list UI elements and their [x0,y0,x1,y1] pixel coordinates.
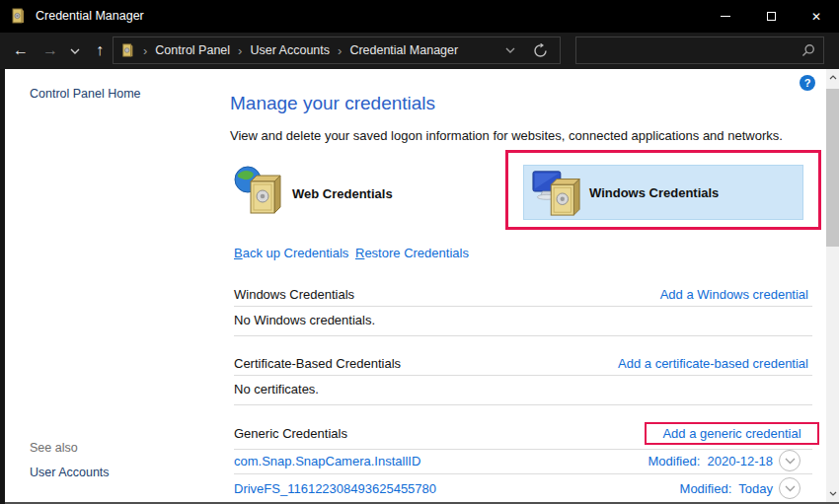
up-icon: ↑ [96,41,104,58]
scrollbar-down-button[interactable] [826,486,839,501]
content-area: Control Panel Home See also User Account… [0,69,839,504]
page-description: View and delete your saved logon informa… [230,128,783,143]
credential-modified-date: Modified: Today [680,481,773,496]
divider [234,473,812,474]
maximize-icon [767,12,776,21]
sidebar-item-user-accounts[interactable]: User Accounts [30,466,110,479]
window-left-edge [0,69,5,504]
add-generic-credential-link[interactable]: Add a generic credential [662,426,801,441]
sidebar-item-control-panel-home[interactable]: Control Panel Home [30,87,141,101]
credential-item-drivefs[interactable]: DriveFS_116122308493625455780 [234,481,436,496]
breadcrumb-user-accounts[interactable]: User Accounts [250,43,330,57]
chevron-down-icon [505,47,515,53]
breadcrumb-separator: › [143,43,147,58]
refresh-button[interactable] [533,43,548,58]
chevron-down-icon [785,458,796,465]
main-pane: Manage your credentials View and delete … [230,69,816,504]
search-icon[interactable] [801,43,815,57]
address-dropdown-button[interactable] [505,47,515,53]
navigation-toolbar: ← → ↑ › Control Panel › User Accounts › … [0,33,839,69]
backup-credentials-link[interactable]: Back up Credentials [234,246,348,260]
breadcrumb-credential-manager[interactable]: Credential Manager [349,43,458,57]
web-credentials-icon [233,166,284,221]
windows-credentials-tile[interactable]: Windows Credentials [523,165,803,220]
windows-credentials-icon [532,168,581,217]
chevron-down-icon [785,485,796,492]
windows-credentials-label: Windows Credentials [589,185,719,200]
refresh-icon [533,43,548,58]
divider [234,306,812,307]
see-also-label: See also [30,441,78,455]
titlebar: Credential Manager ✕ [0,0,839,33]
forward-button[interactable]: → [36,33,65,69]
forward-icon: → [42,41,58,58]
minimize-button[interactable] [703,0,748,33]
credential-manager-app-icon [11,8,27,24]
windows-credentials-annotation-box: Windows Credentials [505,150,821,230]
breadcrumb-separator: › [338,43,342,58]
divider [234,404,812,405]
credential-manager-icon [121,43,135,57]
chevron-down-icon [70,48,80,54]
maximize-button[interactable] [748,0,794,33]
window-title: Credential Manager [36,0,144,33]
scrollbar-thumb[interactable] [826,89,839,247]
up-button[interactable]: ↑ [87,33,113,69]
back-icon: ← [13,41,29,58]
restore-credentials-link[interactable]: Restore Credentials [355,246,469,260]
back-button[interactable]: ← [6,33,36,69]
no-certificates-text: No certificates. [234,382,319,396]
section-title-windows-credentials: Windows Credentials [234,287,354,302]
section-title-generic-credentials: Generic Credentials [234,426,347,441]
divider [234,375,812,376]
add-certificate-credential-link[interactable]: Add a certificate-based credential [618,356,808,371]
add-generic-credential-annotation-box: Add a generic credential [645,422,819,445]
divider [234,449,812,450]
close-icon: ✕ [811,10,821,24]
expand-credential-button[interactable] [779,450,801,471]
no-windows-credentials-text: No Windows credentials. [234,313,375,327]
vertical-scrollbar[interactable] [826,69,839,504]
web-credentials-tile[interactable]: Web Credentials [233,166,393,221]
scrollbar-up-button[interactable] [826,70,839,85]
breadcrumb-separator: › [238,43,242,58]
search-input[interactable] [576,43,801,57]
chevron-up-icon [829,75,837,80]
minimize-icon [721,16,730,17]
close-button[interactable]: ✕ [794,0,839,33]
window-controls: ✕ [703,0,839,33]
expand-credential-button[interactable] [779,477,801,499]
page-title: Manage your credentials [230,93,435,114]
credential-modified-date: Modified: 2020-12-18 [648,454,773,468]
credential-item-snapcamera[interactable]: com.Snap.SnapCamera.InstallID [234,454,420,468]
chevron-down-icon [829,491,837,496]
section-title-certificate-credentials: Certificate-Based Credentials [234,356,401,371]
web-credentials-label: Web Credentials [292,186,393,201]
search-box[interactable] [575,36,824,64]
recent-pages-dropdown-button[interactable] [65,33,85,69]
breadcrumb-control-panel[interactable]: Control Panel [155,43,230,57]
address-bar[interactable]: › Control Panel › User Accounts › Creden… [113,36,561,64]
divider [234,335,812,336]
add-windows-credential-link[interactable]: Add a Windows credential [660,287,808,302]
